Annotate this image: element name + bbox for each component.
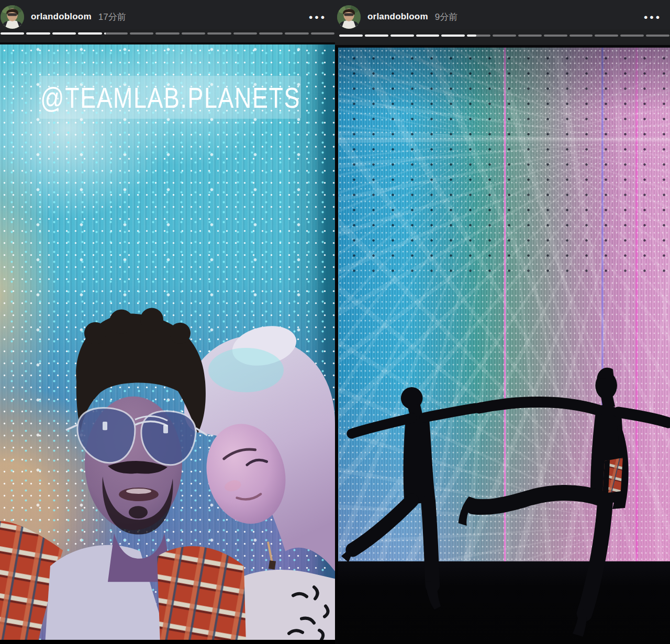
progress-segment (441, 35, 465, 37)
avatar-image (1, 5, 24, 29)
progress-segment (182, 32, 205, 35)
progress-segment (207, 32, 231, 35)
avatar-image (337, 5, 361, 29)
mention-text: @TEAMLAB.PLANETS (40, 81, 300, 115)
progress-segment (285, 32, 308, 35)
story-progress-bar (1, 32, 334, 35)
more-options-icon[interactable]: ••• (641, 12, 665, 22)
story-media-right[interactable] (335, 45, 670, 644)
progress-segment (416, 35, 440, 37)
progress-segment (646, 35, 669, 37)
more-options-icon[interactable]: ••• (306, 12, 330, 22)
story-header: orlandobloom 9分前 ••• (335, 0, 670, 29)
progress-segment (259, 32, 283, 35)
avatar[interactable] (1, 5, 24, 29)
progress-segment (595, 35, 618, 37)
silhouette-dancer-right (459, 368, 668, 637)
mention-sticker[interactable]: @TEAMLAB.PLANETS (39, 76, 301, 119)
story-media-left[interactable]: @TEAMLAB.PLANETS (0, 42, 335, 644)
progress-segment (339, 35, 363, 37)
story-right: orlandobloom 9分前 ••• (335, 0, 670, 644)
silhouette-dancer-left (341, 387, 476, 609)
progress-segment (104, 32, 128, 35)
username[interactable]: orlandobloom (367, 12, 428, 22)
progress-segment (390, 35, 414, 37)
letterbox-bar (0, 640, 335, 644)
progress-segment (365, 35, 388, 37)
timestamp: 9分前 (435, 11, 457, 23)
story-left: orlandobloom 17分前 ••• @TEAMLAB.PLANETS (0, 0, 335, 644)
instagram-stories-view: orlandobloom 17分前 ••• @TEAMLAB.PLANETS (0, 0, 670, 644)
progress-segment (26, 32, 50, 35)
progress-segment (620, 35, 644, 37)
progress-segment (493, 35, 516, 37)
avatar[interactable] (337, 5, 361, 29)
progress-segment (155, 32, 179, 35)
progress-segment (311, 32, 334, 35)
progress-segment (52, 32, 76, 35)
progress-segment (570, 35, 593, 37)
progress-segment (130, 32, 153, 35)
progress-segment (518, 35, 542, 37)
progress-segment (78, 32, 102, 35)
username[interactable]: orlandobloom (31, 12, 92, 22)
timestamp: 17分前 (98, 11, 126, 23)
selfie-illustration (0, 44, 335, 644)
progress-segment (233, 32, 257, 35)
progress-segment (467, 35, 490, 37)
dancers-silhouette (338, 48, 670, 644)
story-progress-bar (339, 35, 669, 37)
story-header: orlandobloom 17分前 ••• (0, 0, 335, 29)
progress-segment (544, 35, 567, 37)
progress-segment (1, 32, 24, 35)
